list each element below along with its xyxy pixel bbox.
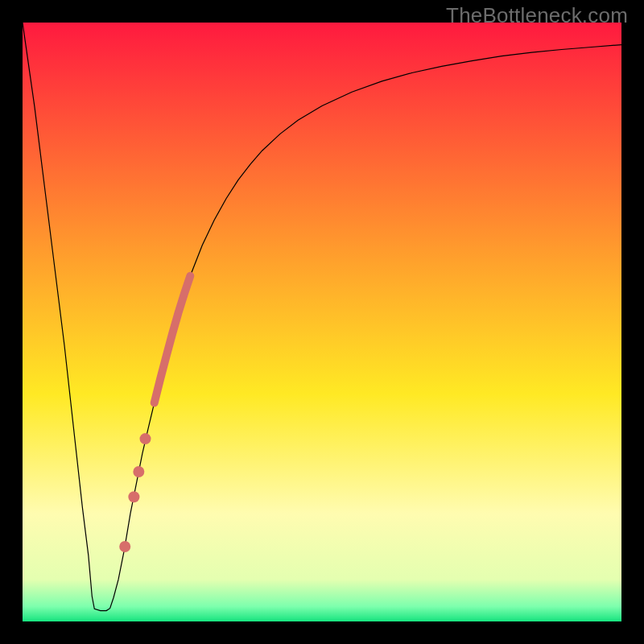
series-dots-point — [140, 433, 151, 444]
plot-background — [23, 23, 621, 621]
series-dots-point — [128, 491, 139, 502]
chart-frame: TheBottleneck.com — [0, 0, 644, 644]
series-dots-point — [119, 541, 130, 552]
chart-plot — [23, 23, 621, 621]
series-dots-point — [133, 466, 144, 477]
